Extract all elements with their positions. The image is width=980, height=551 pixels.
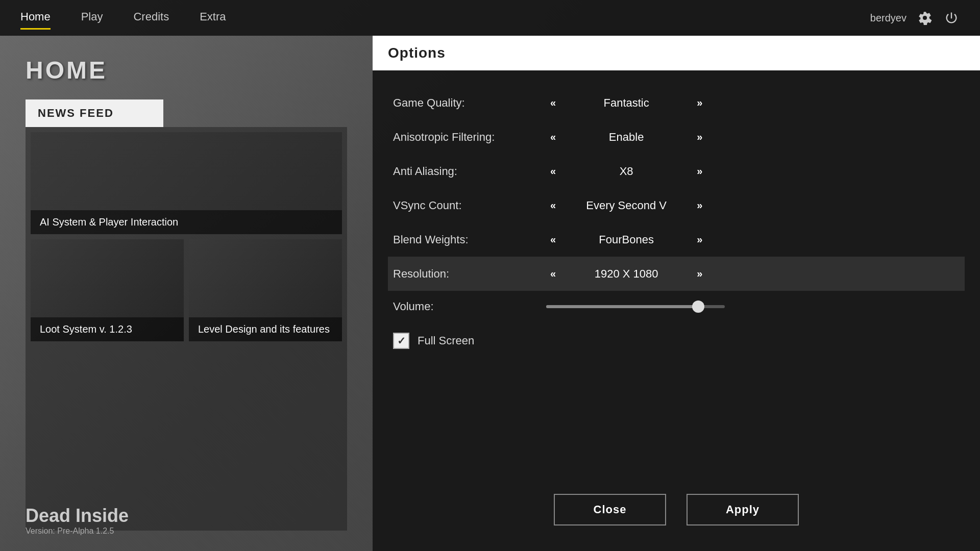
arrow-right-vsync[interactable]: » [693, 197, 706, 213]
arrow-right-game-quality[interactable]: » [693, 95, 706, 111]
nav-item-home[interactable]: Home [20, 10, 51, 26]
arrow-right-anti-aliasing[interactable]: » [693, 163, 706, 179]
game-version: Version: Pre-Alpha 1.2.5 [26, 527, 129, 536]
nav-right: berdyev [870, 10, 960, 26]
option-value-anti-aliasing: X8 [575, 165, 677, 178]
option-control-blend-weights: « FourBones » [546, 232, 960, 247]
news-title-loot: Loot System v. 1.2.3 [31, 317, 184, 341]
options-title: Options [388, 45, 446, 61]
options-header: Options [373, 36, 980, 70]
arrow-right-resolution[interactable]: » [693, 266, 706, 282]
news-items-row: Loot System v. 1.2.3 Level Design and it… [31, 239, 342, 341]
gear-icon[interactable] [917, 10, 933, 26]
main-content: HOME NEWS FEED AI System & Player Intera… [0, 36, 980, 551]
news-feed-header: NEWS FEED [26, 99, 163, 127]
option-control-game-quality: « Fantastic » [546, 95, 960, 111]
option-label-anti-aliasing: Anti Aliasing: [393, 165, 546, 178]
option-row-resolution: Resolution: « 1920 X 1080 » [388, 257, 965, 291]
option-value-game-quality: Fantastic [575, 96, 677, 110]
option-value-vsync: Every Second V [575, 199, 677, 212]
options-panel: Options Game Quality: « Fantastic » Anis… [373, 36, 980, 551]
options-footer: Close Apply [373, 479, 980, 551]
option-label-anisotropic: Anisotropic Filtering: [393, 131, 546, 144]
option-row-blend-weights: Blend Weights: « FourBones » [393, 222, 960, 257]
arrow-left-blend-weights[interactable]: « [546, 232, 560, 247]
option-label-resolution: Resolution: [393, 267, 546, 281]
arrow-left-vsync[interactable]: « [546, 197, 560, 213]
options-body: Game Quality: « Fantastic » Anisotropic … [373, 70, 980, 479]
nav-item-credits[interactable]: Credits [133, 10, 169, 26]
volume-fill [546, 305, 698, 308]
option-label-vsync: VSync Count: [393, 199, 546, 212]
nav-username: berdyev [870, 12, 906, 24]
navbar: HomePlayCreditsExtra berdyev [0, 0, 980, 36]
arrow-left-anti-aliasing[interactable]: « [546, 163, 560, 179]
arrow-right-anisotropic[interactable]: » [693, 129, 706, 145]
volume-row: Volume: [393, 291, 960, 322]
news-item-ai-system[interactable]: AI System & Player Interaction [31, 132, 342, 234]
fullscreen-label: Full Screen [418, 334, 474, 347]
option-row-game-quality: Game Quality: « Fantastic » [393, 86, 960, 120]
nav-item-play[interactable]: Play [81, 10, 103, 26]
fullscreen-checkbox[interactable]: ✓ [393, 333, 409, 349]
news-item-loot[interactable]: Loot System v. 1.2.3 [31, 239, 184, 341]
bottom-info: Dead Inside Version: Pre-Alpha 1.2.5 [26, 505, 129, 536]
volume-slider-container [546, 305, 960, 308]
arrow-left-anisotropic[interactable]: « [546, 129, 560, 145]
checkbox-check-icon: ✓ [397, 335, 406, 347]
power-icon[interactable] [943, 10, 960, 26]
nav-item-extra[interactable]: Extra [200, 10, 226, 26]
news-title-ai: AI System & Player Interaction [31, 210, 342, 234]
apply-button[interactable]: Apply [687, 494, 799, 525]
option-label-game-quality: Game Quality: [393, 96, 546, 110]
volume-thumb[interactable] [692, 300, 704, 313]
option-control-resolution: « 1920 X 1080 » [546, 266, 960, 282]
option-row-anisotropic: Anisotropic Filtering: « Enable » [393, 120, 960, 154]
fullscreen-row: ✓ Full Screen [393, 322, 960, 359]
arrow-left-game-quality[interactable]: « [546, 95, 560, 111]
option-control-vsync: « Every Second V » [546, 197, 960, 213]
arrow-left-resolution[interactable]: « [546, 266, 560, 282]
option-value-blend-weights: FourBones [575, 233, 677, 246]
nav-links: HomePlayCreditsExtra [20, 10, 870, 26]
option-control-anisotropic: « Enable » [546, 129, 960, 145]
option-control-anti-aliasing: « X8 » [546, 163, 960, 179]
news-title-level: Level Design and its features [189, 317, 342, 341]
arrow-right-blend-weights[interactable]: » [693, 232, 706, 247]
option-label-blend-weights: Blend Weights: [393, 233, 546, 246]
news-feed-container: AI System & Player Interaction Loot Syst… [26, 127, 347, 531]
option-row-anti-aliasing: Anti Aliasing: « X8 » [393, 154, 960, 188]
volume-track[interactable] [546, 305, 725, 308]
home-title: HOME [26, 56, 347, 84]
option-value-resolution: 1920 X 1080 [575, 267, 677, 281]
volume-label: Volume: [393, 300, 546, 313]
option-value-anisotropic: Enable [575, 131, 677, 144]
option-row-vsync: VSync Count: « Every Second V » [393, 188, 960, 222]
news-item-level-design[interactable]: Level Design and its features [189, 239, 342, 341]
left-panel: HOME NEWS FEED AI System & Player Intera… [0, 36, 373, 551]
game-title: Dead Inside [26, 505, 129, 527]
close-button[interactable]: Close [554, 494, 666, 525]
